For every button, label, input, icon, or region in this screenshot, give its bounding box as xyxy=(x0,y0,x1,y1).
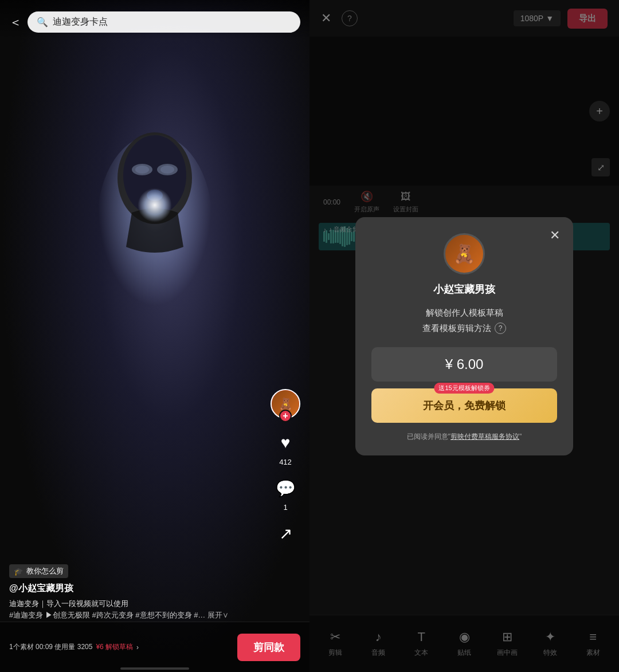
material-info: 1个素材 00:09 使用量 3205 ¥6 解锁草稿 › xyxy=(9,642,237,652)
category-badge: 🎓 教你怎么剪 xyxy=(9,564,68,578)
video-info: 🎓 教你怎么剪 @小赵宝藏男孩 迪迦变身｜导入一段视频就可以使用 #迪迦变身 ▶… xyxy=(9,564,264,620)
video-description: 迪迦变身｜导入一段视频就可以使用 #迪迦变身 ▶创意无极限 #跨次元变身 #意想… xyxy=(9,598,264,620)
agree-suffix: " xyxy=(519,433,522,441)
like-button[interactable]: ♥ 412 xyxy=(273,430,298,466)
author-name[interactable]: @小赵宝藏男孩 xyxy=(9,583,264,595)
material-text: 1个素材 00:09 使用量 3205 xyxy=(9,642,92,652)
modal-avatar: 🧸 xyxy=(444,233,485,274)
modal-description: 解锁创作人模板草稿 查看模板剪辑方法 ? xyxy=(422,305,506,336)
category-icon: 🎓 xyxy=(14,567,23,576)
desc-line2: 查看模板剪辑方法 xyxy=(422,321,491,336)
bottom-bar: 1个素材 00:09 使用量 3205 ¥6 解锁草稿 › 剪同款 xyxy=(0,622,310,672)
svg-point-4 xyxy=(135,166,149,174)
right-panel: ✕ ? 1080P ▼ 导出 + ⤢ 00:00 🔇 开启原声 🖼 设置封面 xyxy=(310,0,619,672)
heart-icon: ♥ xyxy=(273,430,298,455)
avatar-wrap[interactable]: 🧸 + xyxy=(271,389,300,419)
modal-desc-row2: 查看模板剪辑方法 ? xyxy=(422,321,506,336)
arrow-icon: › xyxy=(136,643,139,651)
agree-text: 已阅读并同意"剪映付费草稿服务协议" xyxy=(407,432,522,442)
description-text: 迪迦变身｜导入一段视频就可以使用 xyxy=(9,599,128,608)
modal-help-icon[interactable]: ? xyxy=(495,323,506,334)
desc-line1: 解锁创作人模板草稿 xyxy=(426,305,503,320)
price-tag: ¥6 解锁草稿 xyxy=(96,642,133,652)
share-button[interactable]: ↗ xyxy=(273,521,298,546)
modal-desc-row1: 解锁创作人模板草稿 xyxy=(426,305,503,320)
modal-avatar-image: 🧸 xyxy=(453,243,476,265)
modal-overlay: ✕ 🧸 小赵宝藏男孩 解锁创作人模板草稿 查看模板剪辑方法 ? ¥ 6.00 送… xyxy=(310,0,619,672)
share-icon: ↗ xyxy=(273,521,298,546)
price-box: ¥ 6.00 xyxy=(371,347,557,382)
svg-point-5 xyxy=(160,166,174,174)
tags-text: #迪迦变身 ▶创意无极限 #跨次元变身 #意想不到的变身 #… xyxy=(9,611,205,619)
comment-count: 1 xyxy=(283,503,287,512)
cut-button[interactable]: 剪同款 xyxy=(237,634,300,661)
vip-button[interactable]: 开会员，免费解锁 xyxy=(371,388,557,423)
comment-icon: 💬 xyxy=(273,475,298,501)
modal-username: 小赵宝藏男孩 xyxy=(433,282,495,296)
agree-link[interactable]: 剪映付费草稿服务协议 xyxy=(450,433,519,441)
follow-badge[interactable]: + xyxy=(279,410,292,422)
search-input[interactable]: 迪迦变身卡点 xyxy=(53,16,291,28)
bottom-info: 1个素材 00:09 使用量 3205 ¥6 解锁草稿 › xyxy=(9,642,237,652)
like-count: 412 xyxy=(279,458,292,466)
search-icon: 🔍 xyxy=(37,17,48,27)
agree-prefix: 已阅读并同意" xyxy=(407,433,450,441)
search-input-box[interactable]: 🔍 迪迦变身卡点 xyxy=(28,11,300,33)
category-text: 教你怎么剪 xyxy=(26,566,64,576)
left-panel: ＜ 🔍 迪迦变身卡点 🧸 + ♥ 412 💬 1 ↗ 🎓 教你怎么剪 xyxy=(0,0,310,672)
search-bar: ＜ 🔍 迪迦变身卡点 xyxy=(0,0,310,40)
purchase-modal: ✕ 🧸 小赵宝藏男孩 解锁创作人模板草稿 查看模板剪辑方法 ? ¥ 6.00 送… xyxy=(355,217,573,455)
back-button[interactable]: ＜ xyxy=(9,14,22,31)
light-bloom xyxy=(138,188,172,222)
expand-button[interactable]: 展开∨ xyxy=(207,611,229,619)
modal-close-button[interactable]: ✕ xyxy=(546,226,564,245)
comment-button[interactable]: 💬 1 xyxy=(273,475,298,512)
vip-button-wrap: 送15元模板解锁券 开会员，免费解锁 xyxy=(371,388,557,423)
action-buttons: 🧸 + ♥ 412 💬 1 ↗ xyxy=(271,389,300,546)
price-text: ¥ 6.00 xyxy=(445,356,484,372)
coupon-badge: 送15元模板解锁券 xyxy=(434,383,494,394)
